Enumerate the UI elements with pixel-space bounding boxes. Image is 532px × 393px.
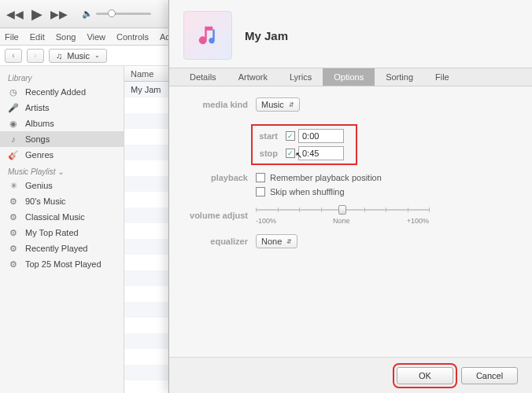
music-note-icon: ♫ xyxy=(56,51,62,61)
volume-adjust-label: volume adjust xyxy=(187,211,256,220)
sidebar: Library ◷Recently Added 🎤Artists ◉Albums… xyxy=(0,66,124,393)
sidebar-item-label: Classical Music xyxy=(25,212,85,222)
vol-max-label: +100% xyxy=(407,217,429,225)
start-time-input[interactable] xyxy=(298,129,344,143)
back-button[interactable]: ‹ xyxy=(5,49,22,63)
playback-label: playback xyxy=(187,173,256,182)
sidebar-item-label: Recently Played xyxy=(25,244,88,253)
next-track-button[interactable]: ▶▶ xyxy=(50,8,68,20)
sidebar-item-label: Top 25 Most Played xyxy=(25,259,102,269)
remember-position-checkbox[interactable] xyxy=(256,173,265,182)
sidebar-item-recently-added[interactable]: ◷Recently Added xyxy=(0,84,124,100)
chevron-updown-icon: ⇵ xyxy=(289,101,294,108)
song-info-dialog: My Jam Details Artwork Lyrics Options So… xyxy=(168,0,532,393)
vol-none-label: None xyxy=(333,217,350,225)
dialog-tabs: Details Artwork Lyrics Options Sorting F… xyxy=(169,68,532,86)
sidebar-item-artists[interactable]: 🎤Artists xyxy=(0,100,124,116)
sidebar-item-label: Albums xyxy=(25,119,54,128)
options-panel: media kind Music ⇵ start stop ↖ xyxy=(169,86,532,264)
sidebar-item-recently-played[interactable]: ⚙Recently Played xyxy=(0,241,124,256)
gear-icon: ⚙ xyxy=(8,259,19,270)
menu-file[interactable]: File xyxy=(5,32,19,42)
sidebar-item-label: Recently Added xyxy=(25,87,86,97)
music-notes-icon xyxy=(196,24,220,47)
tab-artwork[interactable]: Artwork xyxy=(227,68,279,86)
sidebar-item-genius[interactable]: ✳Genius xyxy=(0,178,124,193)
sidebar-item-label: Artists xyxy=(25,103,50,112)
stop-label: stop xyxy=(257,149,286,158)
volume-slider[interactable] xyxy=(96,13,151,15)
menu-view[interactable]: View xyxy=(87,32,105,42)
note-icon: ♪ xyxy=(8,134,19,145)
speaker-icon: 🔈 xyxy=(82,9,93,19)
skip-shuffle-label: Skip when shuffling xyxy=(270,187,345,196)
start-label: start xyxy=(257,131,286,141)
source-selector[interactable]: ♫ Music ⌄ xyxy=(49,49,107,63)
stop-checkbox[interactable] xyxy=(286,149,295,158)
equalizer-label: equalizer xyxy=(187,237,256,246)
playback-controls: ◀◀ ▶ ▶▶ xyxy=(6,6,68,23)
cancel-button[interactable]: Cancel xyxy=(461,367,518,384)
skip-shuffle-checkbox[interactable] xyxy=(256,187,265,196)
sidebar-item-label: My Top Rated xyxy=(25,228,79,237)
gear-icon: ⚙ xyxy=(8,243,19,254)
sidebar-item-label: Genres xyxy=(25,150,54,160)
select-value: Music xyxy=(261,100,284,109)
dialog-footer: OK Cancel xyxy=(169,357,532,393)
tab-options[interactable]: Options xyxy=(323,68,375,86)
gear-icon: ⚙ xyxy=(8,196,19,207)
start-checkbox[interactable] xyxy=(286,131,295,141)
chevron-down-icon[interactable]: ⌄ xyxy=(57,167,64,176)
sidebar-item-label: 90's Music xyxy=(25,196,66,206)
forward-button[interactable]: › xyxy=(27,49,44,63)
source-label: Music xyxy=(67,51,90,61)
tab-lyrics[interactable]: Lyrics xyxy=(279,68,323,86)
ok-button[interactable]: OK xyxy=(397,367,453,384)
tab-sorting[interactable]: Sorting xyxy=(375,68,424,86)
chevron-down-icon: ⌄ xyxy=(94,52,100,59)
equalizer-select[interactable]: None ⇵ xyxy=(256,234,297,248)
sidebar-item-genres[interactable]: 🎸Genres xyxy=(0,147,124,163)
select-value: None xyxy=(261,237,282,246)
cursor-icon: ↖ xyxy=(295,150,302,160)
play-button[interactable]: ▶ xyxy=(31,6,42,23)
remember-position-label: Remember playback position xyxy=(270,173,382,182)
gear-icon: ⚙ xyxy=(8,211,19,222)
chevron-updown-icon: ⇵ xyxy=(286,238,292,245)
media-kind-label: media kind xyxy=(187,100,256,109)
menu-controls[interactable]: Controls xyxy=(116,32,149,42)
sidebar-item-label: Genius xyxy=(25,181,53,190)
sidebar-item-albums[interactable]: ◉Albums xyxy=(0,116,124,131)
sidebar-header-playlists: Music Playlist ⌄ xyxy=(0,163,124,178)
dialog-title: My Jam xyxy=(245,29,288,42)
disc-icon: ◉ xyxy=(8,118,19,129)
menu-edit[interactable]: Edit xyxy=(30,32,45,42)
media-kind-select[interactable]: Music ⇵ xyxy=(256,97,300,112)
vol-min-label: -100% xyxy=(256,217,276,225)
start-stop-highlight: start stop ↖ xyxy=(251,124,357,165)
gear-icon: ⚙ xyxy=(8,227,19,238)
volume-adjust-slider[interactable] xyxy=(256,209,429,211)
sidebar-item-90s[interactable]: ⚙90's Music xyxy=(0,193,124,209)
menu-song[interactable]: Song xyxy=(56,32,76,42)
sidebar-item-top-25[interactable]: ⚙Top 25 Most Played xyxy=(0,256,124,272)
guitar-icon: 🎸 xyxy=(8,149,19,160)
gear-icon: ✳ xyxy=(8,180,19,191)
tab-file[interactable]: File xyxy=(424,68,460,86)
volume-control[interactable]: 🔈 xyxy=(82,9,151,19)
prev-track-button[interactable]: ◀◀ xyxy=(6,8,24,20)
sidebar-item-songs[interactable]: ♪Songs xyxy=(0,131,124,147)
slider-knob[interactable] xyxy=(338,205,346,215)
sidebar-item-classical[interactable]: ⚙Classical Music xyxy=(0,209,124,225)
clock-icon: ◷ xyxy=(8,86,19,97)
stop-time-input[interactable] xyxy=(298,146,344,160)
sidebar-header-library: Library xyxy=(0,69,124,84)
tab-details[interactable]: Details xyxy=(179,68,227,86)
sidebar-item-top-rated[interactable]: ⚙My Top Rated xyxy=(0,225,124,241)
album-artwork xyxy=(183,11,232,60)
mic-icon: 🎤 xyxy=(8,102,19,113)
sidebar-item-label: Songs xyxy=(25,134,50,144)
